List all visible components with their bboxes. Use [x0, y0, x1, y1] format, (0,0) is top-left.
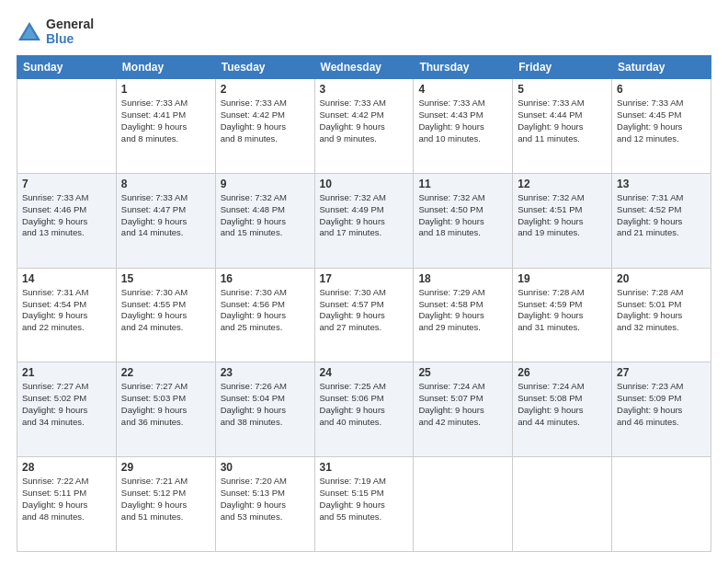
calendar-cell: 27Sunrise: 7:23 AM Sunset: 5:09 PM Dayli… — [612, 362, 711, 457]
day-info: Sunrise: 7:29 AM Sunset: 4:58 PM Dayligh… — [418, 287, 507, 334]
day-number: 14 — [22, 272, 111, 285]
calendar-cell — [414, 457, 513, 552]
day-info: Sunrise: 7:24 AM Sunset: 5:07 PM Dayligh… — [418, 381, 507, 428]
day-info: Sunrise: 7:33 AM Sunset: 4:41 PM Dayligh… — [121, 98, 210, 144]
day-info: Sunrise: 7:33 AM Sunset: 4:44 PM Dayligh… — [518, 98, 607, 144]
day-info: Sunrise: 7:33 AM Sunset: 4:43 PM Dayligh… — [418, 98, 507, 144]
calendar-cell: 31Sunrise: 7:19 AM Sunset: 5:15 PM Dayli… — [314, 457, 414, 552]
day-number: 20 — [617, 272, 706, 285]
logo-icon — [17, 20, 42, 42]
day-number: 17 — [320, 272, 409, 285]
day-info: Sunrise: 7:21 AM Sunset: 5:12 PM Dayligh… — [121, 476, 210, 523]
day-info: Sunrise: 7:33 AM Sunset: 4:42 PM Dayligh… — [320, 98, 409, 144]
calendar-cell: 20Sunrise: 7:28 AM Sunset: 5:01 PM Dayli… — [612, 268, 711, 362]
day-number: 7 — [22, 178, 111, 190]
day-number: 8 — [121, 178, 210, 190]
day-number: 5 — [518, 83, 607, 96]
calendar-cell: 12Sunrise: 7:32 AM Sunset: 4:51 PM Dayli… — [513, 173, 612, 268]
day-info: Sunrise: 7:27 AM Sunset: 5:02 PM Dayligh… — [22, 381, 111, 428]
calendar-week-row: 21Sunrise: 7:27 AM Sunset: 5:02 PM Dayli… — [17, 362, 711, 457]
calendar-cell — [612, 457, 711, 552]
day-number: 10 — [320, 178, 409, 190]
calendar-cell: 16Sunrise: 7:30 AM Sunset: 4:56 PM Dayli… — [215, 268, 314, 362]
logo-text: General Blue — [46, 17, 94, 46]
day-number: 31 — [320, 461, 409, 474]
day-info: Sunrise: 7:33 AM Sunset: 4:42 PM Dayligh… — [221, 98, 310, 144]
day-info: Sunrise: 7:20 AM Sunset: 5:13 PM Dayligh… — [221, 476, 310, 523]
day-number: 12 — [518, 178, 607, 190]
calendar-cell: 10Sunrise: 7:32 AM Sunset: 4:49 PM Dayli… — [314, 173, 414, 268]
day-info: Sunrise: 7:22 AM Sunset: 5:11 PM Dayligh… — [22, 476, 111, 523]
calendar-cell: 26Sunrise: 7:24 AM Sunset: 5:08 PM Dayli… — [513, 362, 612, 457]
calendar-cell: 21Sunrise: 7:27 AM Sunset: 5:02 PM Dayli… — [17, 362, 117, 457]
day-number: 15 — [121, 272, 210, 285]
calendar-week-row: 14Sunrise: 7:31 AM Sunset: 4:54 PM Dayli… — [17, 268, 711, 362]
day-number: 18 — [418, 272, 507, 285]
day-info: Sunrise: 7:25 AM Sunset: 5:06 PM Dayligh… — [320, 381, 409, 428]
day-number: 27 — [617, 366, 706, 379]
day-info: Sunrise: 7:30 AM Sunset: 4:55 PM Dayligh… — [121, 287, 210, 334]
page: General Blue SundayMondayTuesdayWednesda… — [0, 0, 728, 563]
day-number: 19 — [518, 272, 607, 285]
calendar-cell: 25Sunrise: 7:24 AM Sunset: 5:07 PM Dayli… — [414, 362, 513, 457]
day-info: Sunrise: 7:31 AM Sunset: 4:54 PM Dayligh… — [22, 287, 111, 334]
day-info: Sunrise: 7:33 AM Sunset: 4:47 PM Dayligh… — [121, 192, 210, 239]
day-number: 24 — [320, 366, 409, 379]
calendar-cell: 19Sunrise: 7:28 AM Sunset: 4:59 PM Dayli… — [513, 268, 612, 362]
day-number: 1 — [121, 83, 210, 96]
calendar-header-row: SundayMondayTuesdayWednesdayThursdayFrid… — [17, 56, 711, 79]
calendar-cell: 18Sunrise: 7:29 AM Sunset: 4:58 PM Dayli… — [414, 268, 513, 362]
day-number: 21 — [22, 366, 111, 379]
day-number: 16 — [221, 272, 310, 285]
calendar-cell — [17, 79, 117, 174]
calendar-cell: 3Sunrise: 7:33 AM Sunset: 4:42 PM Daylig… — [314, 79, 414, 174]
day-info: Sunrise: 7:30 AM Sunset: 4:57 PM Dayligh… — [320, 287, 409, 334]
weekday-header: Wednesday — [314, 56, 414, 79]
header: General Blue — [17, 17, 711, 46]
weekday-header: Saturday — [612, 56, 711, 79]
calendar-week-row: 7Sunrise: 7:33 AM Sunset: 4:46 PM Daylig… — [17, 173, 711, 268]
calendar-cell: 4Sunrise: 7:33 AM Sunset: 4:43 PM Daylig… — [414, 79, 513, 174]
day-number: 4 — [418, 83, 507, 96]
day-number: 3 — [320, 83, 409, 96]
calendar-cell: 29Sunrise: 7:21 AM Sunset: 5:12 PM Dayli… — [116, 457, 215, 552]
calendar-cell: 6Sunrise: 7:33 AM Sunset: 4:45 PM Daylig… — [612, 79, 711, 174]
day-info: Sunrise: 7:30 AM Sunset: 4:56 PM Dayligh… — [221, 287, 310, 334]
calendar-cell: 14Sunrise: 7:31 AM Sunset: 4:54 PM Dayli… — [17, 268, 117, 362]
day-info: Sunrise: 7:32 AM Sunset: 4:51 PM Dayligh… — [518, 192, 607, 239]
day-number: 11 — [418, 178, 507, 190]
day-info: Sunrise: 7:19 AM Sunset: 5:15 PM Dayligh… — [320, 476, 409, 523]
calendar-cell: 1Sunrise: 7:33 AM Sunset: 4:41 PM Daylig… — [116, 79, 215, 174]
calendar-cell: 17Sunrise: 7:30 AM Sunset: 4:57 PM Dayli… — [314, 268, 414, 362]
calendar-cell: 15Sunrise: 7:30 AM Sunset: 4:55 PM Dayli… — [116, 268, 215, 362]
calendar-table: SundayMondayTuesdayWednesdayThursdayFrid… — [17, 55, 711, 552]
calendar-week-row: 1Sunrise: 7:33 AM Sunset: 4:41 PM Daylig… — [17, 79, 711, 174]
calendar-cell: 9Sunrise: 7:32 AM Sunset: 4:48 PM Daylig… — [215, 173, 314, 268]
calendar-cell: 28Sunrise: 7:22 AM Sunset: 5:11 PM Dayli… — [17, 457, 117, 552]
day-number: 22 — [121, 366, 210, 379]
calendar-cell: 13Sunrise: 7:31 AM Sunset: 4:52 PM Dayli… — [612, 173, 711, 268]
calendar-cell — [513, 457, 612, 552]
weekday-header: Thursday — [414, 56, 513, 79]
calendar-week-row: 28Sunrise: 7:22 AM Sunset: 5:11 PM Dayli… — [17, 457, 711, 552]
day-number: 23 — [221, 366, 310, 379]
logo: General Blue — [17, 17, 94, 46]
day-info: Sunrise: 7:31 AM Sunset: 4:52 PM Dayligh… — [617, 192, 706, 239]
weekday-header: Tuesday — [215, 56, 314, 79]
calendar-cell: 2Sunrise: 7:33 AM Sunset: 4:42 PM Daylig… — [215, 79, 314, 174]
day-info: Sunrise: 7:23 AM Sunset: 5:09 PM Dayligh… — [617, 381, 706, 428]
day-number: 29 — [121, 461, 210, 474]
day-number: 6 — [617, 83, 706, 96]
day-info: Sunrise: 7:33 AM Sunset: 4:46 PM Dayligh… — [22, 192, 111, 239]
day-info: Sunrise: 7:26 AM Sunset: 5:04 PM Dayligh… — [221, 381, 310, 428]
day-info: Sunrise: 7:24 AM Sunset: 5:08 PM Dayligh… — [518, 381, 607, 428]
weekday-header: Monday — [116, 56, 215, 79]
day-info: Sunrise: 7:32 AM Sunset: 4:49 PM Dayligh… — [320, 192, 409, 239]
weekday-header: Sunday — [17, 56, 117, 79]
calendar-cell: 23Sunrise: 7:26 AM Sunset: 5:04 PM Dayli… — [215, 362, 314, 457]
day-number: 26 — [518, 366, 607, 379]
calendar-cell: 7Sunrise: 7:33 AM Sunset: 4:46 PM Daylig… — [17, 173, 117, 268]
day-number: 13 — [617, 178, 706, 190]
day-number: 28 — [22, 461, 111, 474]
day-info: Sunrise: 7:27 AM Sunset: 5:03 PM Dayligh… — [121, 381, 210, 428]
